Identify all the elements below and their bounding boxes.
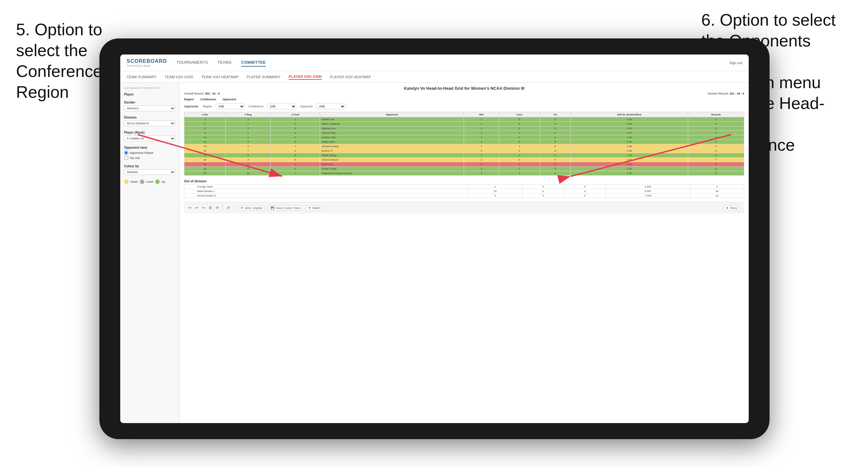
subnav-team-summary[interactable]: TEAM SUMMARY xyxy=(127,74,156,80)
cell-win: 1 xyxy=(464,126,499,131)
opponent-select[interactable]: (All) xyxy=(316,103,345,109)
ood-name: Foreign Team xyxy=(184,185,468,189)
cell-conf: 6 xyxy=(271,158,320,162)
cell-conf: 6 xyxy=(271,167,320,171)
cell-reg: 2 xyxy=(226,162,271,167)
share-icon: ⬆ xyxy=(726,207,728,210)
cell-tie: 0 xyxy=(540,149,570,153)
cell-win: 1 xyxy=(464,158,499,162)
sidebar-colour-select[interactable]: Win/loss xyxy=(124,169,176,175)
subnav-player-h2h-heatmap[interactable]: PLAYER H2H HEATMAP xyxy=(330,74,371,80)
cell-loss: 2 xyxy=(499,149,540,153)
cell-name: Emily Chang xyxy=(320,167,464,171)
cell-tie: 0 xyxy=(540,171,570,176)
records-row: Overall Record: 353 - 34 - 6 Division Re… xyxy=(184,92,744,95)
sidebar-gender-select[interactable]: Women's xyxy=(124,105,176,111)
cell-rounds: 11 xyxy=(688,167,744,171)
ood-tie: 0 xyxy=(564,194,606,198)
grid-title: Katelyn Vo Head-to-Head Grid for Women's… xyxy=(184,86,744,91)
redo-icon[interactable]: ↩ xyxy=(195,206,198,210)
table-row: 3 3 1 Esther Lee 1 0 0 1.50 4 xyxy=(184,117,744,122)
sidebar-player-label: Player xyxy=(124,93,176,96)
cell-loss: 0 xyxy=(499,131,540,135)
cell-name: Eunice Yi xyxy=(320,149,464,153)
col-conf: # Conf xyxy=(271,112,320,117)
cell-conf: 3 xyxy=(271,135,320,140)
legend-level-dot xyxy=(140,180,144,184)
undo-icon[interactable]: ↩ xyxy=(189,206,191,210)
overall-record: Overall Record: 353 - 34 - 6 xyxy=(184,92,220,95)
cell-win: 1 xyxy=(464,144,499,149)
settings-icon[interactable]: ⚙ xyxy=(209,206,212,210)
cell-reg: 3 xyxy=(226,158,271,162)
sidebar-player-rank-select[interactable]: 8. Katelyn Vo xyxy=(124,135,176,142)
ood-rounds: 30 xyxy=(690,189,744,194)
cell-win: 2 xyxy=(464,171,499,176)
cell-div: 16 xyxy=(184,158,226,162)
col-diff: Diff Av Strokes/Rnd xyxy=(570,112,688,117)
cell-loss: 0 xyxy=(499,140,540,144)
cell-conf: 7 xyxy=(271,171,320,176)
cell-div: 15 xyxy=(184,153,226,158)
view-original-btn[interactable]: 👁 View: Original xyxy=(238,206,265,211)
legend-up-label: Up xyxy=(162,180,165,183)
tablet-frame: SCOREBOARD Powered by clippd TOURNAMENTS… xyxy=(99,38,770,439)
cell-tie: 0 xyxy=(540,162,570,167)
cell-diff: -5.00 xyxy=(570,162,688,167)
sidebar-player-section: Player xyxy=(124,93,176,96)
filter-conference-group: Conference xyxy=(200,98,216,101)
cell-win: 1 xyxy=(464,140,499,144)
ood-diff: 7.400 xyxy=(606,194,690,198)
filter-region-group: Region xyxy=(184,98,194,101)
subnav-team-h2h-heatmap[interactable]: TEAM H2H HEATMAP xyxy=(202,74,239,80)
refresh-icon[interactable]: ⟳ xyxy=(216,206,219,210)
clock-icon[interactable]: ⏱ xyxy=(227,206,230,210)
undo2-icon[interactable]: ↪ xyxy=(202,206,205,210)
nav-tournaments[interactable]: TOURNAMENTS xyxy=(177,59,208,67)
watch-btn[interactable]: 👁 Watch xyxy=(306,206,322,211)
sign-out-button[interactable]: Sign out xyxy=(730,61,742,65)
cell-name: Esther Lee xyxy=(320,117,464,122)
share-btn[interactable]: ⬆ Share xyxy=(724,206,740,211)
grid-area: Katelyn Vo Head-to-Head Grid for Women's… xyxy=(180,83,749,423)
cell-win: 4 xyxy=(464,167,499,171)
subnav-team-h2h-grid[interactable]: TEAM H2H GRID xyxy=(164,74,193,80)
sidebar-radio-top100[interactable]: Top 100 xyxy=(124,156,176,160)
sidebar-opponent-view-label: Opponent view xyxy=(124,146,176,149)
sidebar-radio-played[interactable]: Opponents Played xyxy=(124,151,176,155)
cell-conf: 2 xyxy=(271,162,320,167)
table-row: 20 11 7 Federica Domecq Lacroze 2 1 0 1.… xyxy=(184,171,744,176)
cell-loss: 0 xyxy=(499,117,540,122)
cell-conf: 1 xyxy=(271,117,320,122)
sidebar-division-select[interactable]: NCAA Division III xyxy=(124,121,176,126)
region-select[interactable]: (All) xyxy=(216,103,245,109)
cell-diff: 4.00 xyxy=(570,122,688,126)
logo-area: SCOREBOARD Powered by clippd xyxy=(127,58,167,67)
save-custom-view-btn[interactable]: 💾 Save Custom View xyxy=(268,206,302,211)
cell-name: Jessica Huang xyxy=(320,144,464,149)
cell-name: Sharon Mun xyxy=(320,131,464,135)
cell-diff: 0.30 xyxy=(570,167,688,171)
tablet-screen: SCOREBOARD Powered by clippd TOURNAMENTS… xyxy=(120,55,749,423)
ood-diff: 9.267 xyxy=(606,189,690,194)
cell-diff: 1.33 xyxy=(570,171,688,176)
ood-tie: 0 xyxy=(564,189,606,194)
nav-teams[interactable]: TEAMS xyxy=(218,59,232,67)
nav-committee[interactable]: COMMITTEE xyxy=(241,59,266,67)
ood-loss: 0 xyxy=(522,194,564,198)
main-data-table: # Div # Reg # Conf Opponent Win Loss Tie… xyxy=(184,112,744,176)
col-opponent: Opponent xyxy=(320,112,464,117)
cell-reg: 7 xyxy=(226,149,271,153)
ood-win: 15 xyxy=(468,189,522,194)
col-div: # Div xyxy=(184,112,226,117)
cell-reg: 11 xyxy=(226,171,271,176)
cell-div: 11 xyxy=(184,140,226,144)
cell-name: Euna Lee xyxy=(320,162,464,167)
subnav-player-summary[interactable]: PLAYER SUMMARY xyxy=(247,74,281,80)
subnav-player-h2h-grid[interactable]: PLAYER H2H GRID xyxy=(288,74,322,80)
ood-loss: 0 xyxy=(522,185,564,189)
cell-tie: 0 xyxy=(540,126,570,131)
conference-select[interactable]: (All) xyxy=(268,103,296,109)
cell-tie: 0 xyxy=(540,135,570,140)
cell-rounds: 2 xyxy=(688,144,744,149)
